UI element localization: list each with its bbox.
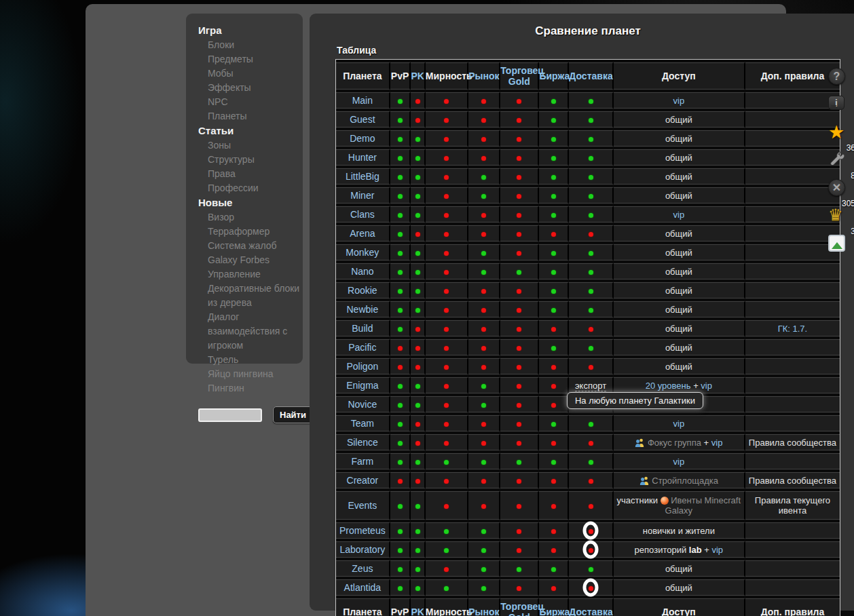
star-icon[interactable]: ★36	[828, 123, 854, 151]
sidebar-item[interactable]: Galaxy Forbes	[198, 253, 303, 267]
sidebar-item[interactable]: Система жалоб	[198, 239, 303, 253]
sidebar-item[interactable]: Терраформер	[198, 225, 303, 239]
planet-link[interactable]: Zeus	[352, 563, 373, 574]
sidebar-item[interactable]: Визор	[198, 210, 303, 225]
column-header-label[interactable]: Рынок	[468, 607, 499, 616]
crown-icon[interactable]: ♛3	[828, 207, 854, 235]
cell-link[interactable]: vip	[673, 96, 685, 106]
info-icon[interactable]: i	[828, 96, 854, 123]
delivery-export-text[interactable]: экспортНа любую планету Галактики	[575, 381, 606, 391]
cell-link[interactable]: vip	[711, 545, 723, 555]
column-header-4[interactable]: Рынок	[468, 598, 500, 616]
planet-link[interactable]: Arena	[350, 228, 375, 239]
page-icon[interactable]	[828, 235, 854, 263]
column-header-label[interactable]: Биржа	[539, 607, 570, 616]
sidebar-item[interactable]: Профессии	[198, 181, 303, 195]
sidebar-item[interactable]: Яйцо пингвина	[198, 367, 303, 381]
cell-link[interactable]: Стройплощадка	[650, 476, 718, 486]
wrench-icon[interactable]: 8	[828, 151, 854, 179]
sidebar-item[interactable]: Эффекты	[198, 81, 303, 95]
cell-link[interactable]: ГК: 1.7.	[778, 324, 808, 334]
planet-link[interactable]: Novice	[348, 399, 377, 410]
planet-link[interactable]: Pacific	[348, 342, 376, 353]
planet-link[interactable]: Events	[348, 500, 377, 511]
sidebar-item[interactable]: Блоки	[198, 38, 303, 52]
planet-link[interactable]: Guest	[350, 114, 375, 125]
cell-link[interactable]: vip	[673, 419, 685, 429]
cell-link[interactable]: vip	[673, 210, 685, 220]
sidebar-nav: ИграБлокиПредметыМобыЭффектыNPCПланетыСт…	[198, 23, 303, 396]
sidebar-item[interactable]: Пингвин	[198, 381, 303, 396]
cell-link[interactable]: vip	[711, 438, 723, 448]
search-button[interactable]: Найти	[273, 406, 313, 423]
planet-link[interactable]: Silence	[347, 437, 378, 448]
planet-link[interactable]: Miner	[350, 190, 374, 201]
column-header-5[interactable]: Торговец Gold	[500, 598, 539, 616]
status-dot-green	[589, 251, 593, 256]
planet-link[interactable]: Nano	[351, 266, 373, 277]
planet-link[interactable]: Creator	[347, 475, 379, 486]
sidebar-item[interactable]: Структуры	[198, 153, 303, 167]
planet-link[interactable]: Build	[352, 323, 373, 334]
column-header-label[interactable]: PK	[411, 71, 424, 81]
planet-link[interactable]: Laboratory	[339, 544, 385, 555]
planet-link[interactable]: Farm	[352, 456, 374, 467]
planet-link[interactable]: Newbie	[347, 304, 379, 315]
column-header-2[interactable]: PK	[411, 598, 425, 616]
column-header-5[interactable]: Торговец Gold	[500, 62, 539, 90]
sidebar-item[interactable]: Предметы	[198, 52, 303, 66]
planet-link[interactable]: LittleBig	[346, 171, 379, 182]
planet-link[interactable]: Demo	[350, 133, 375, 144]
sidebar-item[interactable]: Планеты	[198, 109, 303, 123]
status-dot-red	[444, 403, 449, 408]
column-header-8: Доступ	[614, 62, 745, 90]
status-cell	[426, 187, 468, 204]
help-icon[interactable]: ?	[828, 68, 854, 96]
status-dot-red	[589, 232, 593, 237]
status-cell	[539, 472, 569, 488]
column-header-label[interactable]: Доставка	[569, 71, 612, 81]
status-dot-red	[444, 504, 449, 509]
column-header-2[interactable]: PK	[411, 62, 425, 90]
cell-link[interactable]: 20 уровень	[646, 381, 691, 391]
column-header-label[interactable]: Торговец Gold	[500, 601, 544, 616]
rules-cell	[745, 453, 840, 469]
status-dot-green	[415, 504, 420, 509]
sidebar-item[interactable]: Мобы	[198, 66, 303, 81]
sidebar-item[interactable]: Управление	[198, 267, 303, 282]
column-header-7[interactable]: Доставка	[569, 62, 613, 90]
sidebar-item[interactable]: Турель	[198, 353, 303, 367]
sidebar-item[interactable]: Диалог взаимодействия с игроком	[198, 310, 303, 353]
close-icon[interactable]: ✕305	[828, 179, 854, 207]
column-header-label[interactable]: Биржа	[539, 71, 570, 81]
column-header-label[interactable]: Рынок	[468, 71, 499, 81]
column-header-7[interactable]: Доставка	[569, 598, 613, 616]
sidebar-item[interactable]: Права	[198, 167, 303, 181]
planet-link[interactable]: Poligon	[347, 361, 379, 372]
column-header-4[interactable]: Рынок	[468, 62, 500, 90]
status-cell	[539, 358, 569, 374]
column-header-label[interactable]: Торговец Gold	[500, 65, 544, 87]
planet-link[interactable]: Prometeus	[339, 525, 386, 536]
planet-link[interactable]: Monkey	[346, 247, 379, 258]
status-dot-green	[398, 529, 403, 534]
column-header-label[interactable]: PK	[411, 607, 424, 616]
column-header-label[interactable]: Доставка	[569, 607, 612, 616]
cell-link[interactable]: vip	[701, 381, 712, 391]
planet-link[interactable]: Team	[351, 418, 374, 429]
status-dot-green	[589, 270, 593, 275]
cell-link[interactable]: Фокус группа	[645, 438, 701, 448]
search-input[interactable]	[198, 408, 262, 422]
sidebar-item[interactable]: Декоративные блоки из дерева	[198, 282, 303, 310]
status-dot-green	[398, 548, 403, 553]
planet-link[interactable]: Hunter	[348, 152, 377, 163]
sidebar-item[interactable]: Зоны	[198, 138, 303, 153]
planet-link[interactable]: Clans	[350, 209, 375, 220]
planet-link[interactable]: Main	[352, 95, 373, 106]
planet-link[interactable]: Rookie	[348, 285, 377, 296]
sidebar-item[interactable]: NPC	[198, 95, 303, 109]
cell-link[interactable]: Ивенты Minecraft Galaxy	[665, 495, 741, 516]
planet-link[interactable]: Enigma	[346, 380, 378, 391]
cell-link[interactable]: vip	[673, 457, 685, 467]
planet-link[interactable]: Atlantida	[344, 582, 381, 593]
